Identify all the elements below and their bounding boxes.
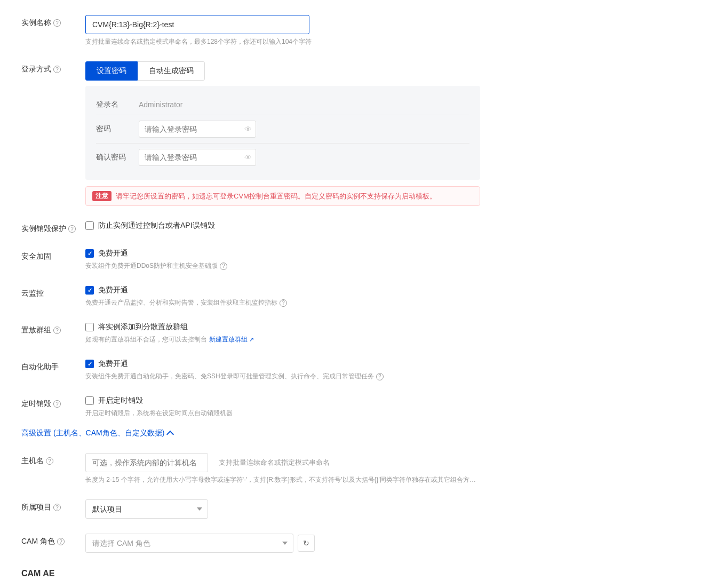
confirm-password-input-wrap: 👁 [139, 149, 256, 166]
placement-group-checkbox-label: 将实例添加到分散置放群组 [98, 322, 188, 332]
instance-name-input[interactable] [85, 15, 309, 34]
confirm-password-field-label: 确认密码 [96, 153, 139, 162]
cloud-monitor-checkbox[interactable] [85, 286, 94, 295]
login-method-help-icon[interactable]: ? [53, 66, 61, 73]
placement-group-label: 置放群组 ? [21, 322, 85, 335]
automation-assistant-label: 自动化助手 [21, 359, 85, 372]
cloud-monitor-label: 云监控 [21, 285, 85, 298]
login-method-label: 登录方式 ? [21, 61, 85, 74]
security-hardening-content: 免费开通 安装组件免费开通DDoS防护和主机安全基础版 ? [85, 249, 680, 271]
hostname-input[interactable] [85, 453, 208, 472]
placement-group-row: 置放群组 ? 将实例添加到分散置放群组 如现有的置放群组不合适，您可以去控制台 … [21, 318, 680, 344]
confirm-password-eye-icon[interactable]: 👁 [244, 153, 252, 162]
instance-destroy-checkbox-label: 防止实例通过控制台或者API误销毁 [98, 221, 215, 231]
security-hardening-help-icon[interactable]: ? [220, 263, 227, 270]
cam-role-refresh-button[interactable]: ↻ [298, 535, 315, 552]
password-input-wrap: 👁 [139, 121, 256, 138]
security-hardening-label: 安全加固 [21, 249, 85, 261]
project-select-wrap: 默认项目 [85, 499, 680, 519]
project-content: 默认项目 [85, 499, 680, 519]
password-eye-icon[interactable]: 👁 [244, 125, 252, 133]
placement-group-link-icon: ↗ [249, 336, 254, 343]
confirm-password-row: 确认密码 👁 [96, 144, 469, 171]
project-label: 所属项目 ? [21, 499, 85, 512]
scheduled-destroy-hint: 开启定时销毁后，系统将在设定时间点自动销毁机器 [85, 409, 680, 418]
placement-group-content: 将实例添加到分散置放群组 如现有的置放群组不合适，您可以去控制台 新建置放群组 … [85, 322, 680, 344]
cloud-monitor-hint: 免费开通云产品监控、分析和实时告警，安装组件获取主机监控指标 ? [85, 298, 680, 307]
instance-name-label: 实例名称 ? [21, 15, 85, 28]
cloud-monitor-content: 免费开通 免费开通云产品监控、分析和实时告警，安装组件获取主机监控指标 ? [85, 285, 680, 307]
automation-assistant-help-icon[interactable]: ? [376, 373, 384, 380]
security-hardening-checkbox[interactable] [85, 249, 94, 258]
hostname-batch-hint: 支持批量连续命名或指定模式串命名 [219, 458, 330, 467]
hostname-row: 主机名 ? 支持批量连续命名或指定模式串命名 长度为 2-15 个字符，允许使用… [21, 449, 680, 484]
cam-role-content: 请选择 CAM 角色 ↻ [85, 534, 680, 553]
cam-role-select[interactable]: 请选择 CAM 角色 [85, 534, 293, 553]
confirm-password-input[interactable] [139, 149, 256, 166]
advanced-settings-title[interactable]: 高级设置 (主机名、CAM角色、自定义数据) [21, 428, 680, 438]
auto-password-button[interactable]: 自动生成密码 [138, 61, 205, 81]
placement-group-link[interactable]: 新建置放群组 ↗ [209, 335, 254, 344]
automation-assistant-row: 自动化助手 免费开通 安装组件免费开通自动化助手，免密码、免SSH登录即可批量管… [21, 355, 680, 381]
automation-assistant-checkbox[interactable] [85, 360, 94, 368]
scheduled-destroy-help-icon[interactable]: ? [53, 400, 61, 408]
scheduled-destroy-checkbox-label: 开启定时销毁 [98, 396, 143, 406]
automation-assistant-checked-wrap[interactable]: 免费开通 [85, 359, 680, 369]
project-row: 所属项目 ? 默认项目 [21, 495, 680, 519]
instance-destroy-checkbox-wrap[interactable]: 防止实例通过控制台或者API误销毁 [85, 221, 680, 231]
project-select[interactable]: 默认项目 [85, 499, 208, 519]
instance-name-content: 支持批量连续命名或指定模式串命名，最多128个字符，你还可以输入104个字符 [85, 15, 680, 46]
automation-assistant-content: 免费开通 安装组件免费开通自动化助手，免密码、免SSH登录即可批量管理实例、执行… [85, 359, 680, 381]
advanced-settings-section: 高级设置 (主机名、CAM角色、自定义数据) 主机名 ? 支持批量连续命名或指定… [21, 428, 680, 553]
scheduled-destroy-checkbox[interactable] [85, 396, 94, 405]
chevron-up-icon [166, 430, 174, 438]
placement-group-hint: 如现有的置放群组不合适，您可以去控制台 新建置放群组 ↗ [85, 335, 680, 344]
cam-ae-section: CAM AE [21, 569, 680, 588]
set-password-button[interactable]: 设置密码 [85, 61, 138, 81]
scheduled-destroy-row: 定时销毁 ? 开启定时销毁 开启定时销毁后，系统将在设定时间点自动销毁机器 [21, 392, 680, 418]
security-hardening-hint: 安装组件免费开通DDoS防护和主机安全基础版 ? [85, 261, 680, 271]
instance-name-help-icon[interactable]: ? [53, 19, 61, 27]
security-hardening-checkbox-label: 免费开通 [98, 249, 128, 258]
instance-name-row: 实例名称 ? 支持批量连续命名或指定模式串命名，最多128个字符，你还可以输入1… [21, 11, 680, 46]
instance-destroy-row: 实例销毁保护 ? 防止实例通过控制台或者API误销毁 [21, 217, 680, 234]
notice-text: 请牢记您所设置的密码，如遗忘可登录CVM控制台重置密码。自定义密码的实例不支持保… [116, 192, 436, 201]
cloud-monitor-checkbox-label: 免费开通 [98, 285, 128, 295]
login-method-btn-group: 设置密码 自动生成密码 [85, 61, 680, 81]
login-method-row: 登录方式 ? 设置密码 自动生成密码 登录名 Administrator 密码 … [21, 57, 680, 206]
cam-role-label: CAM 角色 ? [21, 534, 85, 546]
instance-destroy-checkbox[interactable] [85, 221, 94, 230]
notice-bar: 注意 请牢记您所设置的密码，如遗忘可登录CVM控制台重置密码。自定义密码的实例不… [85, 186, 480, 206]
cloud-monitor-checked-wrap[interactable]: 免费开通 [85, 285, 680, 295]
instance-destroy-help-icon[interactable]: ? [68, 225, 76, 233]
automation-assistant-checkbox-label: 免费开通 [98, 359, 128, 369]
login-name-field-label: 登录名 [96, 100, 139, 109]
notice-badge: 注意 [92, 191, 111, 201]
hostname-label: 主机名 ? [21, 453, 85, 466]
login-name-value: Administrator [139, 100, 182, 109]
security-hardening-checked-wrap[interactable]: 免费开通 [85, 249, 680, 258]
scheduled-destroy-checkbox-wrap[interactable]: 开启定时销毁 [85, 396, 680, 406]
placement-group-help-icon[interactable]: ? [53, 327, 61, 334]
hostname-hint: 长度为 2-15 个字符，允许使用大小写字母数字或连字符'-'，支持{R:数字}… [85, 475, 480, 484]
instance-name-hint: 支持批量连续命名或指定模式串命名，最多128个字符，你还可以输入104个字符 [85, 37, 680, 46]
cam-role-row: CAM 角色 ? 请选择 CAM 角色 ↻ [21, 529, 680, 553]
scheduled-destroy-content: 开启定时销毁 开启定时销毁后，系统将在设定时间点自动销毁机器 [85, 396, 680, 418]
login-panel: 登录名 Administrator 密码 👁 确认密码 👁 [85, 86, 480, 180]
placement-group-checkbox[interactable] [85, 323, 94, 331]
login-method-content: 设置密码 自动生成密码 登录名 Administrator 密码 👁 确认密码 … [85, 61, 680, 206]
cam-role-select-wrap: 请选择 CAM 角色 ↻ [85, 534, 680, 553]
hostname-help-icon[interactable]: ? [46, 457, 53, 465]
project-help-icon[interactable]: ? [53, 504, 61, 511]
login-name-row: 登录名 Administrator [96, 94, 469, 115]
scheduled-destroy-label: 定时销毁 ? [21, 396, 85, 409]
cloud-monitor-help-icon[interactable]: ? [280, 299, 287, 307]
instance-destroy-content: 防止实例通过控制台或者API误销毁 [85, 221, 680, 231]
security-hardening-row: 安全加固 免费开通 安装组件免费开通DDoS防护和主机安全基础版 ? [21, 244, 680, 271]
placement-group-checkbox-wrap[interactable]: 将实例添加到分散置放群组 [85, 322, 680, 332]
automation-assistant-hint: 安装组件免费开通自动化助手，免密码、免SSH登录即可批量管理实例、执行命令、完成… [85, 372, 680, 381]
cam-role-help-icon[interactable]: ? [57, 538, 65, 545]
password-field-label: 密码 [96, 124, 139, 134]
instance-destroy-label: 实例销毁保护 ? [21, 221, 85, 234]
password-input[interactable] [139, 121, 256, 138]
